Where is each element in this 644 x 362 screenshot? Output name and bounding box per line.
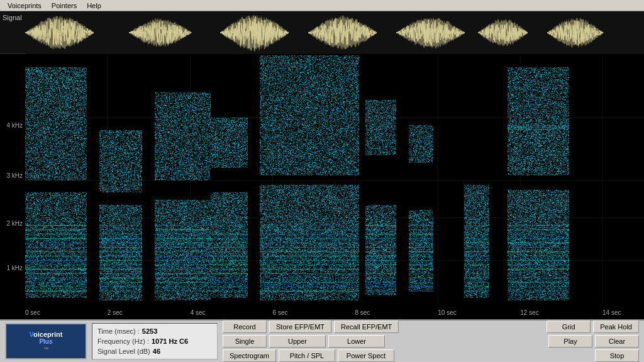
freq-row: Frequency (Hz) : 1071 Hz C6 — [97, 337, 212, 345]
x-axis: 0 sec 2 sec 4 sec 6 sec 8 sec 10 sec 12 … — [25, 305, 644, 319]
y-label-2khz: 2 kHz — [6, 219, 23, 226]
logo-sub: Plus — [30, 338, 63, 345]
grid-button[interactable]: Grid — [547, 321, 591, 333]
button-area: Record Store EFP/EMT Recall EFP/EMT Sing… — [223, 321, 541, 362]
y-label-4khz: 4 kHz — [6, 122, 23, 129]
freq-label: Frequency (Hz) : — [97, 337, 149, 345]
signal-label: Signal — [3, 14, 22, 21]
recall-efp-button[interactable]: Recall EFP/EMT — [334, 321, 399, 333]
button-row-2: Single Upper Lower — [223, 335, 541, 348]
bottom-panel: Voiceprint Plus ™ Time (msec) : 5253 Fre… — [0, 319, 644, 362]
freq-value: 1071 Hz C6 — [152, 337, 188, 345]
level-row: Signal Level (dB) 46 — [97, 348, 212, 355]
right-buttons: Grid Peak Hold Play Clear Stop — [547, 321, 639, 362]
stop-button[interactable]: Stop — [595, 349, 639, 362]
right-row-2: Play Clear — [548, 335, 639, 348]
store-efp-button[interactable]: Store EFP/EMT — [269, 321, 331, 333]
x-label-8: 8 sec — [355, 309, 370, 316]
y-label-3khz: 3 kHz — [6, 172, 23, 179]
x-label-6: 6 sec — [273, 309, 288, 316]
button-row-3: Spectrogram Pitch / SPL Power Spect — [223, 349, 541, 362]
spectrogram-button[interactable]: Spectrogram — [223, 349, 276, 362]
record-button[interactable]: Record — [223, 321, 267, 333]
x-label-0: 0 sec — [25, 309, 40, 316]
main-visualization: Signal 4 kHz 3 kHz 2 kHz 1 kHz 0 sec 2 s… — [0, 11, 644, 319]
time-row: Time (msec) : 5253 — [97, 327, 212, 335]
clear-button[interactable]: Clear — [595, 335, 639, 348]
peak-hold-button[interactable]: Peak Hold — [593, 321, 639, 333]
upper-button[interactable]: Upper — [269, 335, 326, 348]
x-label-4: 4 sec — [191, 309, 206, 316]
logo: Voiceprint Plus ™ — [5, 323, 87, 359]
level-value: 46 — [153, 348, 160, 355]
right-row-3: Stop — [595, 349, 639, 362]
right-row-1: Grid Peak Hold — [547, 321, 639, 333]
signal-waveform — [25, 11, 644, 54]
lower-button[interactable]: Lower — [328, 335, 385, 348]
logo-main: Voiceprint — [30, 331, 63, 338]
logo-tagline: ™ — [30, 346, 63, 352]
play-button[interactable]: Play — [548, 335, 592, 348]
menu-help[interactable]: Help — [82, 2, 106, 9]
single-button[interactable]: Single — [223, 335, 267, 348]
pitch-spl-button[interactable]: Pitch / SPL — [279, 349, 335, 362]
x-label-2: 2 sec — [108, 309, 123, 316]
button-row-1: Record Store EFP/EMT Recall EFP/EMT — [223, 321, 541, 333]
menubar: Voiceprints Pointers Help — [0, 0, 644, 11]
menu-voiceprints[interactable]: Voiceprints — [3, 2, 47, 9]
level-label: Signal Level (dB) — [97, 348, 150, 355]
x-label-12: 12 sec — [520, 309, 538, 316]
power-spect-button[interactable]: Power Spect — [338, 349, 394, 362]
spectrogram-display[interactable] — [25, 55, 644, 305]
info-panel: Time (msec) : 5253 Frequency (Hz) : 1071… — [92, 323, 218, 359]
signal-strip: Signal — [0, 11, 644, 54]
x-label-14: 14 sec — [602, 309, 621, 316]
y-label-1khz: 1 kHz — [6, 265, 23, 272]
x-label-10: 10 sec — [438, 309, 456, 316]
time-label: Time (msec) : — [97, 327, 140, 335]
y-axis: 4 kHz 3 kHz 2 kHz 1 kHz — [0, 55, 25, 305]
time-value: 5253 — [142, 327, 157, 335]
menu-pointers[interactable]: Pointers — [47, 2, 82, 9]
